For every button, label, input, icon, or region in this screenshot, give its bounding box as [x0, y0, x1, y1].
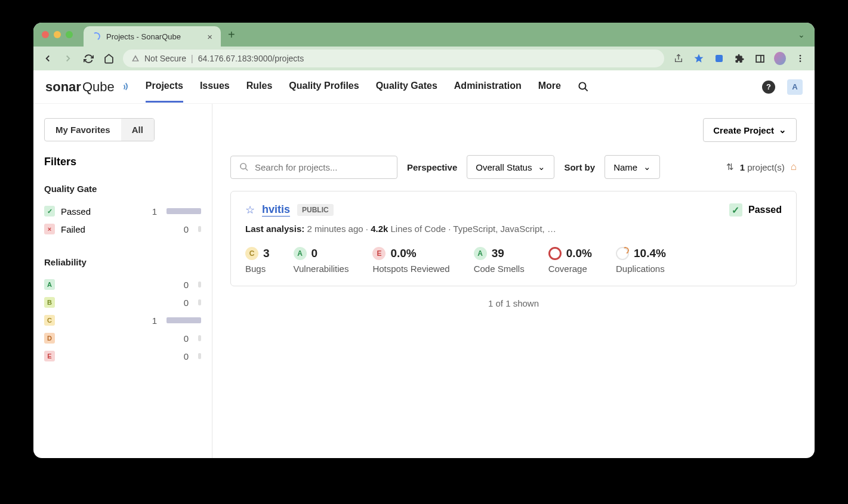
sonarqube-logo[interactable]: sonarQube: [45, 79, 129, 95]
back-button[interactable]: [42, 52, 54, 64]
url-field[interactable]: Not Secure | 64.176.67.183:9000/projects: [123, 50, 664, 67]
filter-reliability-a[interactable]: A 0: [44, 276, 201, 293]
project-card: ☆ hvitis PUBLIC ✓ Passed Last analysis: …: [230, 191, 797, 286]
filter-passed[interactable]: ✓ Passed 1: [44, 202, 201, 220]
duplications-ring-icon: [616, 247, 629, 260]
filter-failed-bar: [198, 226, 201, 232]
svg-rect-1: [756, 55, 764, 61]
svg-point-5: [800, 60, 801, 62]
hotspots-rating-icon: E: [372, 247, 386, 260]
hotspots-value: 0.0%: [390, 247, 416, 260]
app-header: sonarQube Projects Issues Rules Quality …: [33, 70, 815, 104]
x-icon: ×: [44, 224, 55, 234]
svg-line-9: [245, 168, 248, 171]
nav-projects[interactable]: Projects: [146, 71, 183, 103]
panel-icon[interactable]: [754, 52, 766, 64]
reliability-e-bar: [198, 353, 201, 359]
minimize-window-icon[interactable]: [54, 31, 61, 38]
project-count-txt: project(s): [747, 162, 785, 172]
extension-shield-icon[interactable]: [713, 52, 725, 64]
rating-e-icon: E: [44, 351, 55, 361]
reliability-heading: Reliability: [44, 257, 201, 267]
home-icon[interactable]: ⌂: [791, 161, 797, 173]
filter-reliability-d[interactable]: D 0: [44, 329, 201, 347]
new-tab-button[interactable]: +: [228, 28, 235, 42]
search-input[interactable]: [255, 162, 388, 172]
sort-direction-icon[interactable]: ⇅: [726, 162, 734, 172]
filters-title: Filters: [44, 156, 201, 168]
perspective-value: Overall Status: [476, 162, 532, 172]
create-row: Create Project ⌄: [230, 118, 797, 142]
reload-button[interactable]: [82, 52, 94, 64]
bugs-value: 3: [263, 247, 270, 260]
nav-issues[interactable]: Issues: [200, 71, 230, 103]
tab-my-favorites[interactable]: My Favorites: [45, 119, 121, 141]
forward-button[interactable]: [62, 52, 74, 64]
sidebar: My Favorites All Filters Quality Gate ✓ …: [33, 104, 212, 458]
share-icon[interactable]: [673, 52, 684, 64]
metric-vulnerabilities[interactable]: A0 Vulnerabilities: [294, 247, 349, 274]
passed-check-icon: ✓: [729, 203, 742, 217]
browser-tab[interactable]: Projects - SonarQube ×: [84, 26, 221, 47]
reliability-c-bar: [166, 317, 201, 323]
search-icon[interactable]: [578, 81, 589, 92]
metric-hotspots[interactable]: E0.0% Hotspots Reviewed: [372, 247, 449, 274]
user-menu[interactable]: A: [787, 79, 803, 95]
extensions-puzzle-icon[interactable]: [733, 52, 745, 64]
smells-value: 39: [492, 247, 504, 260]
create-project-button[interactable]: Create Project ⌄: [703, 118, 797, 142]
filter-failed[interactable]: × Failed 0: [44, 220, 201, 238]
meta-loc-val: 4.2k: [371, 224, 388, 234]
filter-reliability-b[interactable]: B 0: [44, 293, 201, 311]
addressbar-actions: [673, 52, 806, 64]
search-box[interactable]: [230, 156, 397, 179]
nav-rules[interactable]: Rules: [246, 71, 273, 103]
perspective-select[interactable]: Overall Status ⌄: [467, 155, 554, 179]
sortby-value: Name: [613, 162, 637, 172]
search-icon: [239, 162, 249, 172]
vuln-label: Vulnerabilities: [294, 264, 349, 274]
not-secure-label: Not Secure: [144, 54, 186, 63]
nav-more[interactable]: More: [538, 71, 561, 103]
reliability-c-count: 1: [152, 316, 157, 326]
smells-label: Code Smells: [474, 264, 525, 274]
reliability-a-count: 0: [184, 280, 189, 290]
filter-passed-count: 1: [152, 206, 157, 217]
rating-a-icon: A: [44, 279, 55, 290]
metric-coverage[interactable]: 0.0% Coverage: [548, 247, 592, 274]
browser-menu-icon[interactable]: [794, 52, 806, 64]
nav-administration[interactable]: Administration: [454, 71, 522, 103]
tabs-overflow-icon[interactable]: ⌄: [798, 30, 805, 39]
project-count-num: 1: [740, 162, 745, 172]
nav-quality-profiles[interactable]: Quality Profiles: [289, 71, 359, 103]
home-button[interactable]: [103, 52, 115, 64]
tab-all[interactable]: All: [121, 119, 154, 141]
metric-code-smells[interactable]: A39 Code Smells: [474, 247, 525, 274]
filter-reliability-e[interactable]: E 0: [44, 347, 201, 365]
metric-bugs[interactable]: C3 Bugs: [245, 247, 270, 274]
coverage-label: Coverage: [548, 264, 592, 274]
filter-reliability-c[interactable]: C 1: [44, 311, 201, 329]
bookmark-star-icon[interactable]: [693, 52, 705, 64]
profile-avatar[interactable]: [774, 52, 786, 64]
create-project-label: Create Project: [713, 125, 774, 135]
close-window-icon[interactable]: [42, 31, 49, 38]
project-name-link[interactable]: hvitis: [262, 203, 290, 217]
header-right: ? A: [762, 79, 803, 95]
coverage-ring-icon: [548, 247, 562, 260]
nav-quality-gates[interactable]: Quality Gates: [376, 71, 437, 103]
chevron-down-icon: ⌄: [538, 162, 545, 172]
sortby-select[interactable]: Name ⌄: [605, 155, 660, 179]
svg-point-8: [240, 163, 246, 169]
close-tab-icon[interactable]: ×: [207, 32, 212, 42]
metric-duplications[interactable]: 10.4% Duplications: [616, 247, 666, 274]
app-body: My Favorites All Filters Quality Gate ✓ …: [33, 104, 815, 458]
chevron-down-icon: ⌄: [643, 162, 651, 172]
help-icon[interactable]: ?: [762, 81, 775, 94]
favorite-star-icon[interactable]: ☆: [245, 203, 255, 217]
svg-point-3: [800, 55, 801, 57]
url-text: 64.176.67.183:9000/projects: [198, 54, 304, 63]
passed-label: Passed: [748, 205, 782, 215]
project-count: ⇅ 1 project(s) ⌂: [726, 161, 797, 173]
maximize-window-icon[interactable]: [66, 31, 73, 38]
